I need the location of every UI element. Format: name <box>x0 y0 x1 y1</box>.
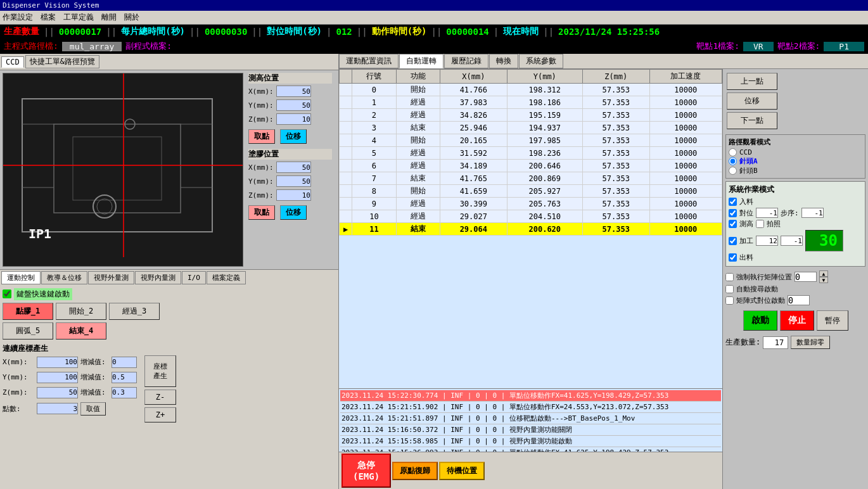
z-coord-input[interactable] <box>37 387 78 398</box>
glue-move-btn[interactable]: 位移 <box>280 205 307 220</box>
radio-headb: 針頭B <box>729 166 862 175</box>
btab-innervis[interactable]: 視野內量測 <box>135 271 181 284</box>
glue-y-input[interactable] <box>276 175 311 187</box>
radio-heada: 針頭A <box>729 156 862 166</box>
main-prog-value: mul_array <box>62 42 122 51</box>
table-row[interactable]: 5經過31.592198.23657.35310000 <box>340 147 722 160</box>
cb-infeed[interactable] <box>729 198 737 206</box>
work-val1-input[interactable] <box>756 236 778 246</box>
menu-exit[interactable]: 離開 <box>101 12 117 23</box>
glue-take-btn[interactable]: 取點 <box>248 205 275 220</box>
cb-measure[interactable] <box>729 220 737 228</box>
start-btn[interactable]: 啟動 <box>743 310 777 331</box>
measure-z-input[interactable] <box>276 113 311 125</box>
rtab-auto[interactable]: 自動運轉 <box>399 54 444 68</box>
btab-filedef[interactable]: 檔案定義 <box>207 271 246 284</box>
radio-ccd-input[interactable] <box>729 148 737 156</box>
table-row[interactable]: ▶11結束29.064200.62057.35310000 <box>340 223 722 236</box>
btab-io[interactable]: I/O <box>182 271 206 284</box>
align-step-input[interactable] <box>756 208 778 218</box>
emg-button[interactable]: 急停 (EMG) <box>341 454 391 488</box>
z-minus-btn[interactable]: Z- <box>144 390 176 405</box>
auto-search-checkbox[interactable] <box>725 285 734 293</box>
next-point-btn[interactable]: 下一點 <box>727 112 777 129</box>
table-row[interactable]: 1經過37.983198.18657.35310000 <box>340 96 722 109</box>
matrix-align-checkbox[interactable] <box>725 296 734 305</box>
end-func-btn[interactable]: 結束_4 <box>56 322 106 340</box>
reset-count-btn[interactable]: 數量歸零 <box>791 336 830 349</box>
z-coord-label: Z(mm): <box>3 388 34 397</box>
cb-align[interactable] <box>729 209 737 217</box>
stats-row: 生產數量 || 00000017 || 每片總時間(秒) || 00000030… <box>0 25 868 39</box>
measure-y-label: Y(mm): <box>248 101 275 110</box>
z-plus-btn[interactable]: Z+ <box>144 407 176 422</box>
restore-button[interactable]: 原點復歸 <box>392 462 438 480</box>
menu-settings[interactable]: 作業設定 <box>3 12 33 23</box>
glue-func-btn[interactable]: 點膠_1 <box>3 303 53 320</box>
preview-tab[interactable]: 快捷工單&路徑預覽 <box>25 55 99 68</box>
measure-x-input[interactable] <box>276 86 311 97</box>
radio-heada-input[interactable] <box>729 157 737 165</box>
table-area[interactable]: 行號 功能 X(mm) Y(mm) Z(mm) 加工速度 0開始41.76619… <box>339 69 722 388</box>
rtab-motion-config[interactable]: 運動配置資訊 <box>339 54 399 68</box>
x-inc-input[interactable] <box>112 357 137 368</box>
table-row[interactable]: 4開始20.165197.98557.35310000 <box>340 134 722 147</box>
standby-button[interactable]: 待機位置 <box>439 462 485 480</box>
matrix-align-input[interactable] <box>788 295 810 305</box>
prod-count-value: 00000017 <box>59 27 101 37</box>
rtab-history[interactable]: 履歷記錄 <box>444 54 488 68</box>
y-inc-input[interactable] <box>112 372 137 383</box>
table-row[interactable]: 9經過30.399205.76357.35310000 <box>340 198 722 210</box>
table-row[interactable]: 3結束25.946194.93757.35310000 <box>340 122 722 134</box>
rtab-sysparams[interactable]: 系統參數 <box>519 54 563 68</box>
align-time-value: 012 <box>336 27 352 37</box>
col-x: X(mm) <box>440 70 507 84</box>
measure-y-input[interactable] <box>276 99 311 111</box>
stop-btn[interactable]: 停止 <box>780 310 814 331</box>
keyboard-checkbox[interactable] <box>3 289 11 298</box>
rtab-convert[interactable]: 轉換 <box>489 54 518 68</box>
btab-teach[interactable]: 教導＆位移 <box>41 271 87 284</box>
arc-func-btn[interactable]: 圓弧_5 <box>3 322 53 340</box>
cb-photo[interactable] <box>756 220 764 228</box>
step-value-input[interactable] <box>801 208 824 218</box>
take-value-btn[interactable]: 取值 <box>80 402 106 416</box>
pause-btn[interactable]: 暫停 <box>817 310 848 331</box>
btab-motion[interactable]: 運動控制 <box>1 271 41 284</box>
start-func-btn[interactable]: 開始_2 <box>56 303 106 320</box>
prev-point-btn[interactable]: 上一點 <box>727 73 777 90</box>
work-val2-input[interactable] <box>781 236 803 246</box>
ccd-tab[interactable]: CCD <box>1 56 24 68</box>
table-row[interactable]: 10經過29.027204.51057.35310000 <box>340 210 722 223</box>
y-coord-input[interactable] <box>37 372 78 383</box>
radio-headb-input[interactable] <box>729 167 737 175</box>
x-coord-input[interactable] <box>37 357 78 368</box>
gen-coord-btn[interactable]: 座標 產生 <box>144 355 176 387</box>
spinner-down[interactable]: ▼ <box>819 277 828 283</box>
col-y: Y(mm) <box>507 70 582 84</box>
spinner-up[interactable]: ▲ <box>819 270 828 277</box>
menu-workorder[interactable]: 工單定義 <box>63 12 94 23</box>
menu-about[interactable]: 關於 <box>124 12 139 23</box>
z-inc-input[interactable] <box>112 387 137 398</box>
btab-outervis[interactable]: 視野外量測 <box>88 271 134 284</box>
glue-x-input[interactable] <box>276 162 311 173</box>
coord-gen-label: 連續座標產生 <box>3 343 336 354</box>
count-input[interactable] <box>37 403 78 414</box>
pass-func-btn[interactable]: 經過_3 <box>109 303 160 320</box>
cb-outfeed[interactable] <box>729 253 737 262</box>
forced-value-input[interactable] <box>795 272 817 282</box>
table-row[interactable]: 2經過34.826195.15957.35310000 <box>340 109 722 122</box>
table-row[interactable]: 8開始41.659205.92757.35310000 <box>340 185 722 198</box>
measure-move-btn[interactable]: 位移 <box>280 129 307 144</box>
measure-take-btn[interactable]: 取點 <box>248 129 275 144</box>
move-point-btn[interactable]: 位移 <box>727 92 777 110</box>
menu-file[interactable]: 檔案 <box>41 12 56 23</box>
table-row[interactable]: 6經過34.189200.64657.35310000 <box>340 160 722 172</box>
table-row[interactable]: 0開始41.766198.31257.35310000 <box>340 84 722 96</box>
cb-work[interactable] <box>729 237 737 245</box>
table-row[interactable]: 7結束41.765200.86957.35310000 <box>340 172 722 185</box>
table-and-controls: 行號 功能 X(mm) Y(mm) Z(mm) 加工速度 0開始41.76619… <box>339 69 868 489</box>
glue-z-input[interactable] <box>276 189 311 201</box>
forced-checkbox[interactable] <box>725 273 734 281</box>
